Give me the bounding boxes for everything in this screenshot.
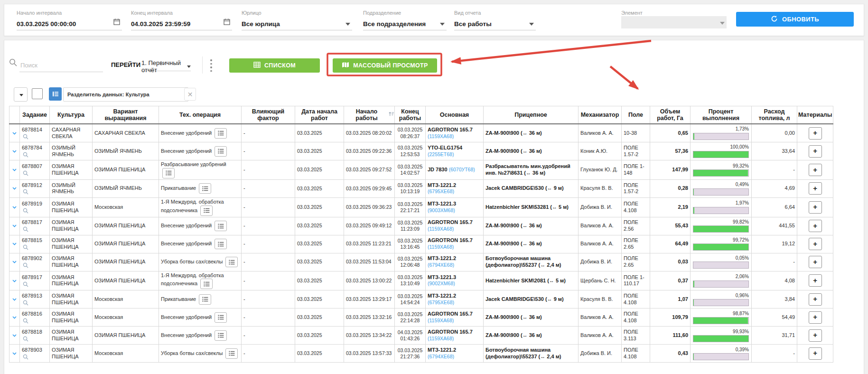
operation-details-button[interactable]	[215, 239, 227, 249]
column-header-fuel[interactable]: Расход топлива, л	[752, 106, 797, 124]
machine-plate-link[interactable]: (1159ХА68)	[428, 133, 454, 139]
calendar-icon[interactable]	[224, 19, 230, 27]
column-header-trailer[interactable]: Прицепное	[484, 106, 579, 124]
magnifier-icon[interactable]	[22, 318, 28, 323]
add-material-button[interactable]: +	[809, 238, 822, 250]
magnifier-icon[interactable]	[22, 151, 28, 157]
magnifier-icon[interactable]	[22, 262, 28, 268]
expand-row-icon[interactable]	[12, 350, 17, 357]
operation-details-button[interactable]	[200, 279, 213, 289]
data-splitter-icon[interactable]	[49, 87, 62, 101]
expand-row-icon[interactable]	[12, 167, 17, 173]
add-material-button[interactable]: +	[809, 293, 822, 306]
magnifier-icon[interactable]	[22, 133, 28, 139]
machine-plate-link[interactable]: (1159ХА68)	[428, 336, 454, 341]
column-header-field[interactable]: Поле	[622, 106, 650, 124]
machine-plate-link[interactable]: (1159ХА68)	[428, 226, 454, 232]
column-header-date_start[interactable]: Дата начала работ	[295, 106, 344, 124]
column-header-work_end[interactable]: Конец работы	[395, 106, 426, 124]
expand-row-icon[interactable]	[12, 278, 17, 284]
column-header-volume[interactable]: Объем работ, Га	[650, 106, 691, 124]
operation-details-button[interactable]	[199, 294, 211, 305]
machine-plate-link[interactable]: (9002ХМ68)	[428, 280, 455, 286]
machine-plate-link[interactable]: (6795ХЕ68)	[428, 188, 454, 194]
expand-row-icon[interactable]	[12, 185, 17, 192]
column-header-operator[interactable]: Механизатор	[579, 106, 622, 124]
add-material-button[interactable]: +	[809, 256, 822, 268]
machine-plate-link[interactable]: (6795ХЕ68)	[428, 299, 454, 305]
report-select[interactable]: 1. Первичный отчёт	[141, 59, 191, 71]
division-select[interactable]: Подразделение Все подразделения	[363, 10, 447, 30]
start-interval-field[interactable]: Начало интервала 03.03.2025 00:00:00	[17, 10, 122, 30]
operation-details-button[interactable]	[225, 257, 238, 267]
add-material-button[interactable]: +	[809, 329, 822, 342]
expand-row-icon[interactable]	[12, 241, 17, 247]
end-interval-field[interactable]: Конец интервала 04.03.2025 23:59:59	[131, 10, 232, 30]
expand-row-icon[interactable]	[12, 223, 17, 229]
add-material-button[interactable]: +	[809, 311, 822, 324]
mass-view-button[interactable]: МАССОВЫЙ ПРОСМОТР	[333, 58, 437, 73]
magnifier-icon[interactable]	[22, 170, 28, 176]
expand-row-icon[interactable]	[12, 314, 17, 321]
select-all-checkbox[interactable]	[32, 88, 43, 99]
column-header-materials[interactable]: Материалы	[797, 106, 833, 124]
add-material-button[interactable]: +	[809, 164, 822, 176]
add-material-button[interactable]: +	[809, 274, 822, 287]
expand-row-icon[interactable]	[12, 259, 17, 265]
legal-entity-select[interactable]: Юрлицо Все юрлица	[242, 10, 352, 30]
add-material-button[interactable]: +	[809, 220, 822, 232]
calendar-icon[interactable]	[113, 19, 120, 27]
add-material-button[interactable]: +	[809, 127, 822, 140]
column-header-id[interactable]: Задание	[20, 106, 50, 124]
magnifier-icon[interactable]	[22, 354, 28, 359]
close-icon[interactable]: ✕	[184, 88, 196, 101]
data-splitter-chip[interactable]: Разделитель данных: Культура	[63, 87, 188, 102]
column-header-work_start[interactable]: Начало работы	[344, 106, 395, 124]
operation-details-button[interactable]	[215, 312, 227, 323]
operation-details-button[interactable]	[200, 206, 213, 216]
machine-plate-link[interactable]: (6794ХЕ68)	[428, 262, 454, 268]
operation-details-button[interactable]	[199, 183, 211, 194]
operation-details-button[interactable]	[215, 146, 227, 157]
magnifier-icon[interactable]	[22, 299, 28, 305]
magnifier-icon[interactable]	[22, 188, 28, 194]
magnifier-icon[interactable]	[22, 226, 28, 232]
list-view-button[interactable]: СПИСКОМ	[229, 58, 320, 73]
splitter-dropdown-button[interactable]	[14, 87, 28, 102]
machine-plate-link[interactable]: (1159ХА68)	[428, 244, 454, 250]
column-header-factor[interactable]: Влияющий фактор	[242, 106, 295, 124]
add-material-button[interactable]: +	[809, 347, 822, 360]
magnifier-icon[interactable]	[22, 244, 28, 250]
refresh-button[interactable]: ОБНОВИТЬ	[736, 12, 854, 27]
add-material-button[interactable]: +	[809, 145, 822, 158]
machine-plate-link[interactable]: (2255ЕТ68)	[428, 151, 454, 157]
column-header-expander[interactable]	[9, 106, 20, 124]
expand-row-icon[interactable]	[12, 296, 17, 303]
machine-plate-link[interactable]: (9003ХМ68)	[428, 207, 455, 213]
operation-details-button[interactable]	[225, 348, 238, 359]
column-header-variant[interactable]: Вариант выращивания	[93, 106, 159, 124]
machine-plate-link[interactable]: (6794ХЕ68)	[428, 354, 454, 359]
operation-details-button[interactable]	[215, 221, 227, 231]
report-kind-select[interactable]: Вид отчета Все работы	[454, 10, 536, 30]
magnifier-icon[interactable]	[22, 280, 28, 286]
expand-row-icon[interactable]	[12, 130, 17, 137]
magnifier-icon[interactable]	[22, 207, 28, 213]
machine-plate-link[interactable]: (1159ХА68)	[428, 318, 454, 323]
search-input[interactable]	[19, 58, 103, 72]
expand-row-icon[interactable]	[12, 148, 17, 155]
magnifier-icon[interactable]	[22, 336, 28, 341]
expand-row-icon[interactable]	[12, 204, 17, 211]
add-material-button[interactable]: +	[809, 182, 822, 195]
add-material-button[interactable]: +	[809, 201, 822, 214]
column-header-percent[interactable]: Процент выполнения	[691, 106, 752, 124]
column-header-operation[interactable]: Тех. операция	[159, 106, 242, 124]
operation-details-button[interactable]	[215, 128, 227, 139]
operation-details-button[interactable]	[215, 330, 227, 341]
column-header-culture[interactable]: Культура	[50, 106, 93, 124]
operation-details-button[interactable]	[162, 168, 175, 178]
column-header-machine[interactable]: Основная	[426, 106, 484, 124]
expand-row-icon[interactable]	[12, 332, 17, 339]
kebab-menu-icon[interactable]	[207, 57, 215, 74]
machine-plate-link[interactable]: (6070УТ68)	[449, 167, 475, 172]
